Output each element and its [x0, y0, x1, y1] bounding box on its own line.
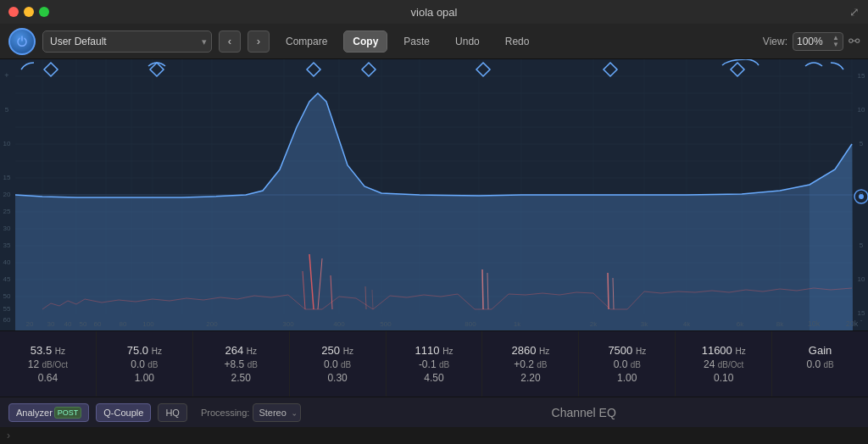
band-5-params[interactable]: 1110 Hz -0.1 dB 4.50	[387, 331, 483, 397]
svg-text:800: 800	[465, 320, 476, 328]
q-couple-button[interactable]: Q-Couple	[96, 403, 151, 422]
window-title: viola opal	[411, 6, 458, 19]
preset-container[interactable]: User Default	[42, 31, 212, 53]
view-label: View:	[763, 36, 787, 47]
svg-text:80: 80	[120, 320, 127, 328]
paste-button[interactable]: Paste	[394, 31, 439, 53]
bottom-controls: Analyzer POST Q-Couple HQ Processing: St…	[0, 397, 868, 427]
svg-text:8k: 8k	[776, 320, 784, 328]
gain-params[interactable]: Gain 0.0 dB	[772, 331, 868, 397]
band-8-val: 24 dB/Oct	[704, 358, 743, 370]
svg-text:200: 200	[206, 320, 218, 328]
toolbar: User Default ‹ › Compare Copy Paste Undo…	[0, 24, 868, 59]
band-1-params[interactable]: 53.5 Hz 12 dB/Oct 0.64	[0, 331, 97, 397]
analyzer-button[interactable]: Analyzer POST	[8, 403, 89, 422]
band-7-params[interactable]: 7500 Hz 0.0 dB 1.00	[579, 331, 676, 397]
view-value: 100%	[797, 36, 823, 47]
gain-val: 0.0 dB	[806, 358, 833, 370]
band-5-sub: 4.50	[424, 372, 443, 384]
svg-point-68	[859, 194, 864, 199]
svg-text:60: 60	[3, 316, 11, 324]
close-button[interactable]	[8, 7, 19, 17]
svg-text:-: -	[860, 316, 863, 324]
svg-text:5: 5	[860, 241, 864, 249]
svg-text:30: 30	[3, 225, 11, 232]
band-3-freq: 264 Hz	[225, 344, 257, 357]
band-8-freq: 11600 Hz	[702, 344, 746, 357]
processing-section: Processing: Stereo	[201, 403, 301, 422]
svg-text:30: 30	[47, 320, 55, 328]
band-8-params[interactable]: 11600 Hz 24 dB/Oct 0.10	[676, 331, 772, 397]
band-3-sub: 2.50	[231, 372, 251, 384]
gain-sub	[819, 372, 821, 384]
band-4-params[interactable]: 250 Hz 0.0 dB 0.30	[290, 331, 387, 397]
hq-button[interactable]: HQ	[158, 403, 187, 422]
footer-arrow[interactable]: ›	[7, 430, 10, 441]
svg-text:5: 5	[860, 140, 864, 147]
processing-label: Processing:	[201, 408, 249, 418]
eq-display: + 5 10 15 20 25 30 35 40 45 50 55 60 15 …	[0, 59, 868, 330]
svg-text:10: 10	[3, 140, 11, 147]
svg-text:40: 40	[64, 320, 72, 328]
svg-text:60: 60	[94, 320, 102, 328]
band-4-val: 0.0 dB	[324, 358, 351, 370]
svg-text:2k: 2k	[590, 320, 598, 328]
power-button[interactable]	[8, 28, 36, 55]
svg-text:20: 20	[3, 191, 11, 198]
minimize-button[interactable]	[24, 7, 34, 17]
band-6-val: +0.2 dB	[514, 358, 547, 370]
maximize-button[interactable]	[39, 7, 49, 17]
svg-text:40: 40	[3, 258, 11, 266]
svg-text:20k: 20k	[846, 319, 859, 328]
view-input[interactable]: 100% ▲ ▼	[793, 32, 843, 51]
band-5-val: -0.1 dB	[419, 358, 449, 370]
preset-dropdown[interactable]: User Default	[42, 31, 212, 53]
svg-text:45: 45	[3, 275, 11, 283]
band-2-params[interactable]: 75.0 Hz 0.0 dB 1.00	[97, 331, 193, 397]
svg-line-42	[482, 269, 483, 309]
band-7-freq: 7500 Hz	[608, 344, 646, 357]
band-7-val: 0.0 dB	[614, 358, 641, 370]
band-params: 53.5 Hz 12 dB/Oct 0.64 75.0 Hz 0.0 dB 1.…	[0, 330, 868, 397]
copy-button[interactable]: Copy	[343, 31, 387, 53]
band-6-sub: 2.20	[520, 372, 540, 384]
band-3-val: +8.5 dB	[225, 358, 258, 370]
traffic-lights	[8, 7, 49, 17]
nav-back-button[interactable]: ‹	[219, 31, 241, 53]
expand-icon[interactable]: ⤢	[849, 5, 860, 19]
view-section: View: 100% ▲ ▼ ⚯	[763, 32, 860, 51]
footer: ›	[0, 427, 868, 444]
analyzer-label: Analyzer	[16, 408, 53, 418]
band-1-val: 12 dB/Oct	[28, 358, 68, 370]
svg-text:35: 35	[3, 241, 11, 249]
band-6-params[interactable]: 2860 Hz +0.2 dB 2.20	[482, 331, 579, 397]
svg-text:10k: 10k	[808, 319, 821, 328]
undo-button[interactable]: Undo	[446, 31, 489, 53]
processing-container[interactable]: Stereo	[253, 403, 301, 422]
link-icon[interactable]: ⚯	[849, 33, 860, 49]
svg-text:4k: 4k	[683, 320, 691, 328]
svg-text:15: 15	[858, 72, 865, 80]
svg-text:+: +	[4, 71, 8, 80]
band-2-val: 0.0 dB	[131, 358, 158, 370]
post-badge: POST	[54, 407, 82, 419]
svg-line-44	[608, 273, 609, 309]
svg-text:1k: 1k	[514, 320, 521, 328]
svg-text:6k: 6k	[737, 320, 744, 328]
svg-text:400: 400	[333, 320, 345, 328]
band-1-freq: 53.5 Hz	[31, 344, 65, 357]
svg-text:3k: 3k	[641, 320, 648, 328]
svg-text:15: 15	[3, 174, 11, 181]
band-6-freq: 2860 Hz	[512, 344, 550, 357]
svg-text:20: 20	[26, 320, 34, 328]
processing-select[interactable]: Stereo	[253, 403, 301, 422]
nav-forward-button[interactable]: ›	[248, 31, 270, 53]
svg-text:25: 25	[3, 208, 11, 215]
band-2-sub: 1.00	[135, 372, 154, 384]
band-4-sub: 0.30	[327, 372, 347, 384]
band-3-params[interactable]: 264 Hz +8.5 dB 2.50	[193, 331, 290, 397]
svg-text:50: 50	[80, 320, 87, 328]
redo-button[interactable]: Redo	[496, 31, 539, 53]
compare-button[interactable]: Compare	[276, 31, 337, 53]
view-down-arrow[interactable]: ▼	[832, 42, 839, 48]
